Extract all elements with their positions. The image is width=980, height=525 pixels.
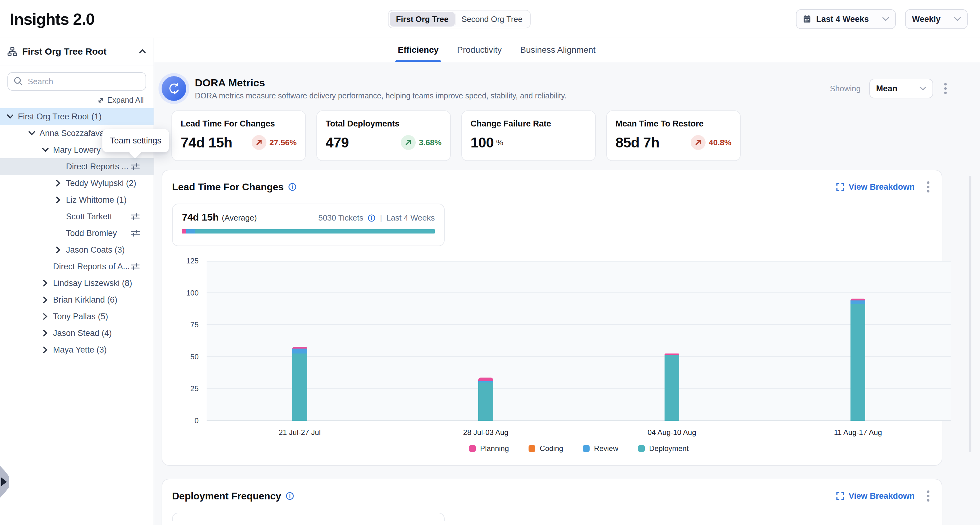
tree-item-label: Brian Kirkland (6) (53, 295, 118, 305)
chevron-down-icon[interactable] (42, 148, 49, 153)
trend-value: 27.56% (269, 138, 297, 148)
team-settings-icon[interactable] (131, 213, 140, 221)
tab-productivity[interactable]: Productivity (457, 38, 502, 62)
page-title: Insights 2.0 (10, 10, 94, 29)
y-axis-tick: 75 (190, 320, 199, 329)
metric-title: Total Deployments (326, 119, 442, 129)
expand-corners-icon (836, 492, 844, 500)
metric-title: Lead Time For Changes (181, 119, 297, 129)
legend-label: Planning (480, 444, 509, 453)
bar-segment-review (292, 348, 307, 353)
stacked-bar[interactable] (851, 299, 865, 421)
section-kebab-menu[interactable] (924, 179, 932, 195)
expand-all-label: Expand All (107, 95, 144, 105)
tab-business-alignment[interactable]: Business Alignment (520, 38, 595, 62)
stacked-bar[interactable] (292, 347, 307, 421)
chevron-right-icon[interactable] (43, 296, 48, 303)
tree-item-label: Maya Yette (3) (53, 345, 107, 355)
tree-item[interactable]: Direct Reports of A... (0, 258, 154, 275)
stacked-bar[interactable] (478, 377, 493, 421)
toggle-first-org-tree[interactable]: First Org Tree (390, 12, 455, 27)
bar-segment-review (851, 301, 865, 304)
tree-item-label: Mary Lowery (53, 145, 101, 155)
dora-cycle-icon (162, 76, 186, 101)
team-settings-icon[interactable] (131, 229, 140, 237)
chevron-right-icon[interactable] (43, 330, 48, 337)
tree-item[interactable]: Maya Yette (3) (0, 342, 154, 358)
chevron-down-icon[interactable] (29, 131, 35, 136)
tree-item[interactable]: First Org Tree Root (1) (0, 108, 154, 125)
calendar-icon (803, 15, 811, 24)
tree-item[interactable]: Teddy Wylupski (2) (0, 175, 154, 192)
dora-metrics-header: DORA Metrics DORA metrics measure softwa… (154, 62, 980, 107)
team-settings-icon[interactable] (131, 262, 140, 270)
legend-item-coding[interactable]: Coding (528, 444, 563, 453)
info-icon[interactable] (288, 183, 297, 191)
granularity-select[interactable]: Weekly (905, 9, 968, 29)
tree-item[interactable]: Lindsay Liszewski (8) (0, 275, 154, 291)
info-icon[interactable] (368, 214, 375, 222)
trend-badge: 27.56% (251, 135, 297, 150)
chevron-down-icon[interactable] (7, 114, 14, 119)
legend-item-deployment[interactable]: Deployment (638, 444, 689, 453)
view-breakdown-label: View Breakdown (849, 492, 915, 501)
tree-item-label: Jason Coats (3) (66, 245, 125, 255)
tree-item[interactable]: Scott Tarkett (0, 208, 154, 225)
tree-item[interactable]: Jason Stead (4) (0, 325, 154, 342)
bar-slot: 28 Jul-03 Aug (393, 261, 579, 421)
breakdown-segment-deployment (195, 229, 435, 234)
metric-card: Mean Time To Restore 85d 7h 40.8% (606, 110, 741, 161)
expand-all-button[interactable]: Expand All (0, 95, 144, 105)
y-axis-tick: 125 (186, 257, 199, 265)
tree-item[interactable]: Todd Bromley (0, 225, 154, 242)
toggle-second-org-tree[interactable]: Second Org Tree (455, 12, 529, 27)
tree-item[interactable]: Direct Reports ... (0, 158, 154, 175)
chevron-right-icon[interactable] (56, 196, 61, 203)
chevron-down-icon (882, 17, 889, 21)
legend-swatch (583, 445, 590, 452)
y-axis-tick: 50 (190, 353, 199, 361)
team-settings-icon[interactable] (131, 162, 140, 170)
tree-item[interactable]: Brian Kirkland (6) (0, 291, 154, 308)
chevron-right-icon[interactable] (43, 280, 48, 286)
tree-item-label: Liz Whittome (1) (66, 195, 127, 205)
y-axis-tick: 25 (190, 384, 199, 393)
top-bar: Insights 2.0 First Org Tree Second Org T… (0, 0, 980, 38)
chevron-right-icon[interactable] (43, 313, 48, 320)
chevron-right-icon[interactable] (56, 180, 61, 187)
bar-segment-deployment (851, 304, 865, 421)
chevron-right-icon[interactable] (43, 347, 48, 353)
collapse-sidebar-chevron-up-icon[interactable] (139, 49, 146, 54)
showing-mean-select[interactable]: Mean (869, 79, 933, 99)
dora-title: DORA Metrics (195, 77, 566, 89)
trend-value: 40.8% (709, 138, 732, 148)
y-axis-tick: 0 (194, 417, 199, 425)
section-title: Lead Time For Changes (172, 181, 284, 193)
view-breakdown-button[interactable]: View Breakdown (836, 492, 915, 501)
tree-item[interactable]: Tony Pallas (5) (0, 308, 154, 325)
view-breakdown-button[interactable]: View Breakdown (836, 182, 915, 192)
date-range-select[interactable]: Last 4 Weeks (796, 9, 896, 29)
legend-item-review[interactable]: Review (583, 444, 618, 453)
metric-card: Change Failure Rate 100 % (461, 110, 596, 161)
chevron-right-icon[interactable] (56, 247, 61, 253)
section-kebab-menu[interactable] (924, 488, 932, 504)
lead-time-section: Lead Time For Changes View Breakdown (162, 170, 942, 466)
metric-value: 479 (326, 134, 349, 151)
metric-cards-row: Lead Time For Changes 74d 15h 27.56%Tota… (154, 107, 980, 161)
tree-item[interactable]: Liz Whittome (1) (0, 192, 154, 208)
bar-segment-deployment (665, 355, 679, 421)
trend-badge: 3.68% (401, 135, 442, 150)
dora-kebab-menu[interactable] (942, 81, 949, 97)
search-input[interactable] (7, 72, 146, 91)
stacked-bar[interactable] (665, 353, 679, 421)
sidebar-root-label: First Org Tree Root (22, 46, 139, 57)
metric-value: 100 (471, 134, 494, 151)
tree-item[interactable]: Jason Coats (3) (0, 242, 154, 258)
info-icon[interactable] (286, 492, 294, 500)
scrollbar[interactable] (969, 176, 971, 452)
tab-efficiency[interactable]: Efficiency (398, 38, 439, 62)
legend-item-planning[interactable]: Planning (469, 444, 509, 453)
chevron-down-icon (920, 86, 926, 91)
metric-value: 85d 7h (616, 134, 659, 151)
